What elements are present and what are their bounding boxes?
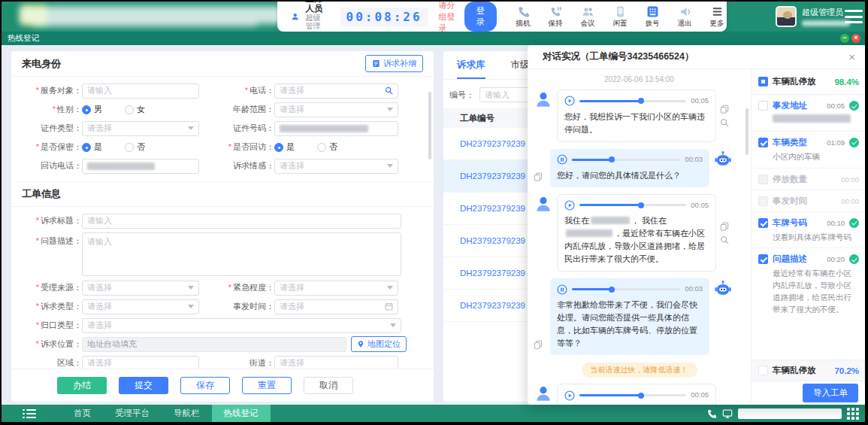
pause-icon[interactable] bbox=[557, 154, 567, 165]
callback-option-yes[interactable]: 是 bbox=[274, 141, 295, 153]
id-number-input[interactable] bbox=[274, 121, 398, 136]
appeal-type-select[interactable]: 请选择 bbox=[82, 299, 199, 314]
more-button[interactable]: 更多 bbox=[707, 5, 727, 29]
checkbox-checked[interactable] bbox=[758, 138, 768, 147]
search-icon[interactable] bbox=[385, 87, 393, 95]
dialpad-button[interactable]: 拨号 bbox=[643, 5, 662, 29]
appeal-supplement-button[interactable]: 诉求补增 bbox=[365, 55, 423, 72]
audio-progress-track[interactable] bbox=[572, 288, 680, 290]
citizen-avatar-icon bbox=[534, 194, 553, 214]
idle-button[interactable]: 闲置 bbox=[610, 5, 630, 29]
callback-option-no[interactable]: 否 bbox=[317, 141, 337, 153]
id-type-select[interactable]: 请选择 bbox=[82, 121, 199, 136]
magnifier-icon[interactable] bbox=[720, 235, 729, 244]
extraction-checklist: 车辆乱停放 98.4% 事发地址 00:05 车辆类型 01:09 bbox=[751, 69, 865, 405]
copy-icon[interactable] bbox=[534, 172, 543, 181]
phone-input[interactable]: 请选择 bbox=[274, 83, 398, 99]
source-select[interactable]: 请选择 bbox=[82, 281, 199, 296]
urgency-select[interactable]: 请选择 bbox=[274, 281, 398, 296]
location-input[interactable]: 地址自动填充 bbox=[82, 337, 346, 352]
import-ticket-button[interactable]: 导入工单 bbox=[803, 384, 858, 402]
audio-progress-track[interactable] bbox=[579, 204, 686, 206]
audio-progress-track[interactable] bbox=[579, 100, 686, 102]
confidential-radio-group: 是 否 bbox=[82, 141, 199, 153]
taskbar-tab-hotline[interactable]: 热线登记 bbox=[212, 405, 271, 422]
checkbox-disabled bbox=[758, 175, 768, 184]
taskbar-status-field[interactable] bbox=[738, 408, 842, 419]
emotion-select[interactable]: 请选择 bbox=[274, 159, 398, 174]
phone-handset-icon[interactable] bbox=[706, 408, 717, 419]
main-menu-icon[interactable] bbox=[845, 10, 863, 23]
message-text: 我住在， 我住在，最近经常有车辆在小区内乱停乱放，导致小区道路拥堵，给居民出行带… bbox=[564, 214, 709, 266]
calendar-icon bbox=[385, 302, 393, 311]
form-scrollbar[interactable] bbox=[428, 92, 431, 159]
checkbox-checked[interactable] bbox=[758, 218, 768, 228]
verified-check-icon bbox=[849, 101, 859, 111]
appeal-title-input[interactable]: 请输入 bbox=[82, 214, 401, 229]
confidential-option-yes[interactable]: 是 bbox=[82, 141, 102, 153]
taskbar-tab-platform[interactable]: 受理平台 bbox=[103, 405, 162, 422]
category-select[interactable]: 请选择 bbox=[82, 318, 401, 333]
message-text: 您好，我想投诉一下我们小区的车辆违停问题。 bbox=[564, 111, 709, 136]
checkbox-checked[interactable] bbox=[758, 254, 768, 264]
gender-option-female[interactable]: 女 bbox=[125, 104, 145, 115]
magnifier-icon[interactable] bbox=[720, 118, 729, 127]
agent-toolbar: 坐席人员 超级管理员 00:08:26 请分组登录 登录 摘机 保持 会议 bbox=[277, 2, 727, 32]
play-icon[interactable] bbox=[564, 390, 575, 401]
incident-time-picker[interactable]: 请选择 bbox=[274, 299, 398, 314]
age-range-select[interactable]: 请选择 bbox=[274, 102, 398, 117]
copy-icon[interactable] bbox=[720, 222, 729, 231]
audio-progress-track[interactable] bbox=[579, 394, 686, 396]
user-profile[interactable]: 超级管理员 bbox=[776, 2, 850, 32]
pause-icon[interactable] bbox=[557, 284, 567, 295]
map-locate-button[interactable]: 地图定位 bbox=[351, 336, 407, 352]
screenshot-stage: 坐席人员 超级管理员 00:08:26 请分组登录 登录 摘机 保持 会议 bbox=[0, 0, 868, 425]
intent-label: 车辆乱停放 bbox=[773, 365, 830, 376]
dialog-close-icon[interactable]: × bbox=[848, 51, 855, 62]
problem-desc-textarea[interactable]: 请输入 bbox=[82, 232, 401, 276]
taskbar-tab-nav[interactable]: 导航栏 bbox=[162, 405, 212, 422]
copy-icon[interactable] bbox=[534, 340, 543, 349]
play-icon[interactable] bbox=[564, 200, 575, 211]
login-button[interactable]: 登录 bbox=[464, 2, 498, 32]
offhook-button[interactable]: 摘机 bbox=[513, 5, 533, 29]
cancel-button[interactable]: 取消 bbox=[304, 377, 353, 394]
chat-scrollbar[interactable] bbox=[746, 108, 749, 155]
submit-button[interactable]: 提交 bbox=[119, 377, 168, 394]
reset-button[interactable]: 重置 bbox=[242, 377, 292, 394]
exit-button[interactable]: 退出 bbox=[675, 5, 694, 29]
hold-button[interactable]: 保持 bbox=[546, 5, 565, 29]
gender-option-male[interactable]: 男 bbox=[82, 104, 102, 115]
service-target-input[interactable]: 请输入 bbox=[82, 83, 199, 99]
checkbox-unchecked[interactable] bbox=[758, 366, 768, 375]
address-redacted bbox=[591, 217, 630, 224]
minimize-button[interactable]: − bbox=[840, 34, 849, 43]
speech-rate-notice: 当前语速过快，请降低语速！ bbox=[534, 362, 745, 378]
save-button[interactable]: 保存 bbox=[180, 377, 230, 394]
conference-button[interactable]: 会议 bbox=[578, 5, 597, 29]
app-grid-icon[interactable] bbox=[847, 408, 859, 420]
field-value: 最近经常有车辆在小区内乱停乱放，导致小区道路拥堵，给居民出行带来了很大的不便。 bbox=[773, 268, 859, 315]
checkbox-indeterminate[interactable] bbox=[758, 77, 768, 87]
callback-phone-input[interactable] bbox=[82, 159, 199, 174]
task-list-icon[interactable] bbox=[23, 409, 36, 418]
audio-progress-knob[interactable] bbox=[638, 202, 644, 208]
radio-no-icon bbox=[317, 143, 326, 152]
close-window-button[interactable]: × bbox=[851, 34, 860, 43]
map-pin-icon bbox=[357, 340, 364, 348]
field-value: 没看到具体的车牌号码 bbox=[773, 232, 859, 244]
audio-progress-knob[interactable] bbox=[609, 287, 615, 293]
complete-button[interactable]: 办结 bbox=[57, 377, 107, 394]
copy-icon[interactable] bbox=[720, 105, 729, 114]
monitor-icon[interactable] bbox=[722, 408, 733, 419]
audio-progress-knob[interactable] bbox=[609, 156, 615, 162]
audio-progress-knob[interactable] bbox=[638, 393, 644, 399]
audio-progress-track[interactable] bbox=[572, 159, 680, 161]
user-avatar bbox=[776, 6, 797, 27]
taskbar-tab-home[interactable]: 首页 bbox=[62, 405, 103, 422]
checkbox-unchecked[interactable] bbox=[758, 101, 768, 111]
tab-appeal-library[interactable]: 诉求库 bbox=[457, 59, 485, 79]
confidential-option-no[interactable]: 否 bbox=[125, 141, 145, 153]
play-icon[interactable] bbox=[564, 96, 575, 106]
audio-progress-knob[interactable] bbox=[638, 98, 644, 104]
